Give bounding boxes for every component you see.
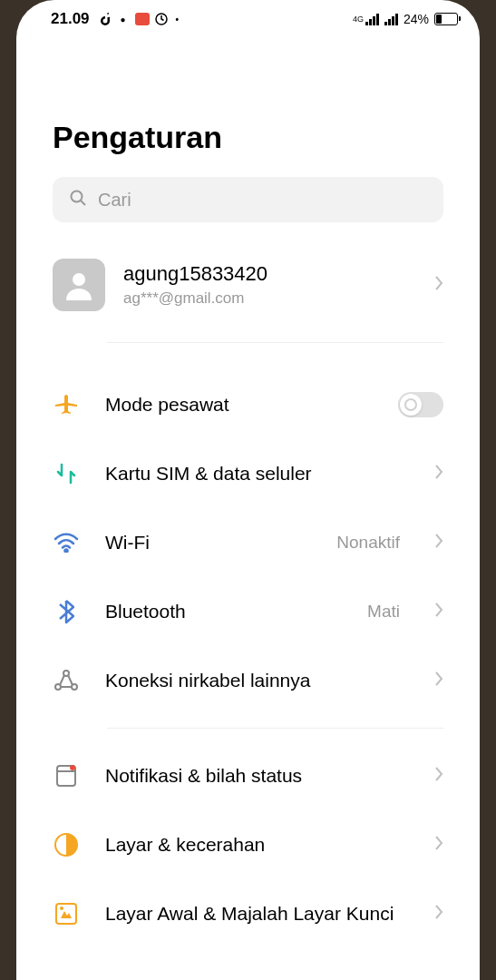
svg-point-8 [70, 765, 75, 770]
account-row[interactable]: agung15833420 ag***@gmail.com [53, 222, 443, 342]
airplane-icon [53, 391, 80, 418]
svg-point-3 [65, 550, 68, 553]
setting-label: Layar & kecerahan [105, 834, 409, 856]
setting-value: Nonaktif [336, 533, 400, 553]
battery-icon [434, 13, 458, 25]
setting-display[interactable]: Layar & kecerahan [53, 810, 443, 879]
lockscreen-icon [53, 900, 80, 927]
settings-list: Mode pesawat Kartu SIM & data seluler [53, 352, 443, 948]
clock-icon [155, 13, 168, 25]
tiktok-icon [99, 13, 112, 25]
chevron-right-icon [434, 904, 443, 924]
chevron-right-icon [434, 671, 443, 691]
setting-label: Notifikasi & bilah status [105, 765, 409, 787]
setting-lockscreen[interactable]: Layar Awal & Majalah Layar Kunci [53, 879, 443, 948]
setting-label: Layar Awal & Majalah Layar Kunci [105, 903, 409, 925]
setting-wireless[interactable]: Koneksi nirkabel lainnya [53, 646, 443, 715]
account-email: ag***@gmail.com [123, 289, 416, 308]
search-icon [69, 189, 87, 211]
chrome-icon: ● [117, 13, 130, 25]
setting-label: Mode pesawat [105, 394, 373, 416]
account-name: agung15833420 [123, 262, 416, 286]
battery-percent: 24% [404, 12, 429, 26]
search-placeholder: Cari [98, 190, 131, 211]
bluetooth-icon [53, 598, 80, 625]
setting-wifi[interactable]: Wi-Fi Nonaktif [53, 508, 443, 577]
setting-label: Wi-Fi [105, 532, 311, 554]
setting-label: Koneksi nirkabel lainnya [105, 670, 409, 691]
avatar [53, 259, 105, 311]
sim-icon [53, 460, 80, 487]
divider [107, 342, 443, 343]
status-bar: 21.09 ● • 4G 24% [16, 0, 480, 38]
status-bar-left: 21.09 ● • [51, 10, 179, 28]
chevron-right-icon [434, 602, 443, 622]
setting-notifications[interactable]: Notifikasi & bilah status [53, 741, 443, 810]
setting-label: Bluetooth [105, 601, 342, 622]
setting-airplane-mode[interactable]: Mode pesawat [53, 370, 443, 439]
signal-icon-1 [365, 13, 379, 25]
setting-bluetooth[interactable]: Bluetooth Mati [53, 577, 443, 646]
signal-4g-label: 4G [353, 15, 364, 24]
search-input[interactable]: Cari [53, 177, 443, 222]
svg-point-2 [73, 273, 85, 286]
svg-rect-10 [56, 904, 76, 924]
notifications-icon [53, 762, 80, 789]
app-badge-icon [135, 13, 150, 25]
chevron-right-icon [434, 464, 443, 484]
section-divider [107, 728, 443, 729]
signal-icon-2 [384, 13, 398, 25]
wifi-icon [53, 529, 80, 556]
status-time: 21.09 [51, 10, 90, 28]
page-title: Pengaturan [53, 120, 443, 155]
setting-value: Mati [367, 602, 400, 622]
brightness-icon [53, 831, 80, 858]
chevron-right-icon [434, 835, 443, 855]
chevron-right-icon [434, 275, 443, 295]
setting-sim[interactable]: Kartu SIM & data seluler [53, 439, 443, 508]
chevron-right-icon [434, 533, 443, 553]
airplane-toggle[interactable] [398, 392, 443, 417]
phone-frame: 21.09 ● • 4G 24% [16, 0, 480, 980]
status-app-icons: ● • [99, 13, 180, 25]
status-bar-right: 4G 24% [353, 12, 458, 26]
chevron-right-icon [434, 766, 443, 786]
svg-point-11 [60, 906, 63, 910]
dot-icon: • [176, 15, 180, 24]
wireless-icon [53, 667, 80, 694]
setting-label: Kartu SIM & data seluler [105, 463, 409, 485]
svg-point-1 [72, 191, 83, 202]
